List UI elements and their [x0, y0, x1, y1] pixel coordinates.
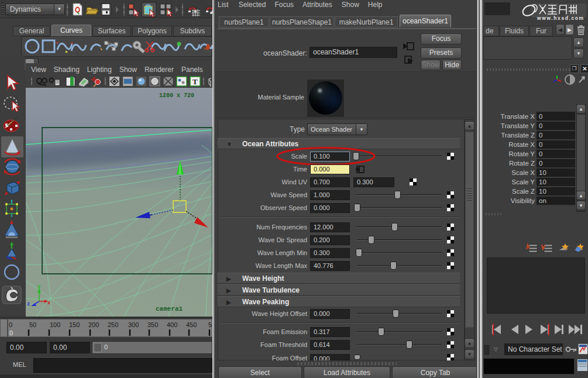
- svg-text:450: 450: [186, 321, 197, 328]
- svg-text:0: 0: [9, 329, 13, 336]
- svg-text:50: 50: [29, 321, 36, 328]
- svg-text:y: y: [37, 284, 41, 290]
- svg-text:150: 150: [69, 321, 80, 328]
- svg-text:250: 250: [108, 321, 118, 328]
- svg-text:5: 5: [208, 321, 212, 328]
- svg-text:camera1: camera1: [156, 305, 183, 312]
- svg-text:350: 350: [147, 321, 158, 328]
- svg-text:1280 x 720: 1280 x 720: [159, 92, 194, 99]
- svg-text:300: 300: [128, 321, 139, 328]
- svg-text:T: T: [192, 77, 198, 86]
- svg-text:z: z: [27, 301, 30, 307]
- svg-text:x: x: [47, 300, 51, 306]
- svg-text:0: 0: [9, 321, 12, 328]
- svg-text:200: 200: [88, 321, 99, 328]
- svg-text:100: 100: [50, 321, 60, 328]
- svg-text:www.hxsd.com: www.hxsd.com: [537, 15, 584, 21]
- svg-text:400: 400: [167, 321, 177, 328]
